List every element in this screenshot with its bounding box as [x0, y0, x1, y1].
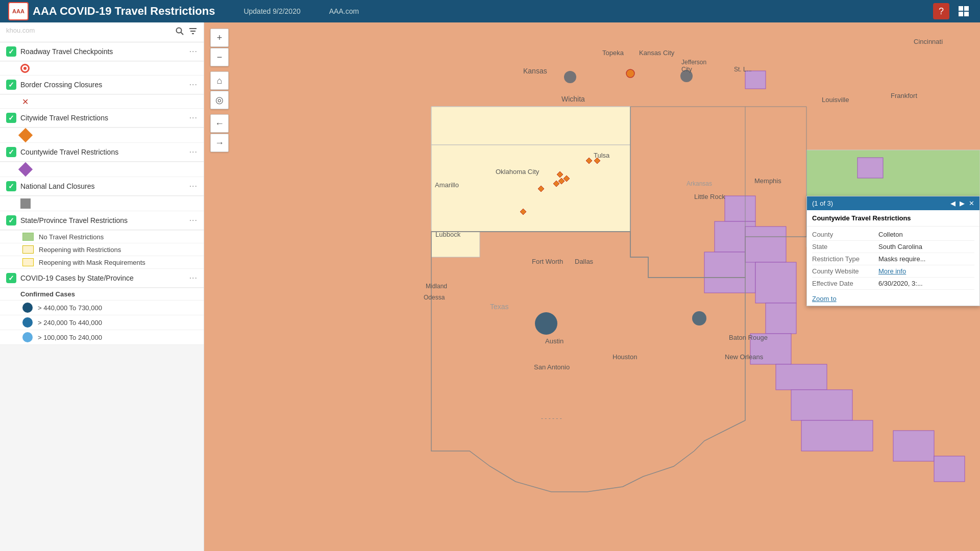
layer-border-label: Border Crossing Closures — [20, 81, 185, 89]
svg-text:Houston: Houston — [612, 353, 637, 361]
confirmed-cases-title: Confirmed Cases — [20, 290, 75, 298]
legend-roadway — [0, 62, 204, 76]
home-button[interactable]: ⌂ — [210, 71, 229, 90]
svg-text:- - - - - -: - - - - - - — [541, 415, 562, 422]
roadway-symbol — [20, 64, 30, 73]
svg-rect-2 — [959, 12, 963, 16]
logo-area: AAA AAA COVID-19 Travel Restrictions — [8, 2, 215, 20]
more-countywide[interactable]: ··· — [189, 147, 198, 157]
popup-row-website: County Website More info — [812, 265, 974, 278]
layer-covid: COVID-19 Cases by State/Province ··· — [0, 269, 204, 288]
watermark: khou.com — [6, 27, 35, 34]
back-button[interactable]: ← — [210, 114, 229, 133]
svg-text:Frankfort: Frankfort — [891, 92, 917, 99]
help-icon: ? — [939, 6, 944, 17]
more-border[interactable]: ··· — [189, 80, 198, 89]
citywide-symbol — [18, 128, 33, 142]
layer-national-label: National Land Closures — [20, 182, 185, 190]
more-roadway[interactable]: ··· — [189, 47, 198, 56]
zoom-out-button[interactable]: − — [210, 48, 229, 66]
no-restrictions-label: No Travel Restrictions — [39, 233, 104, 241]
svg-rect-12 — [725, 196, 755, 221]
svg-text:Jefferson: Jefferson — [681, 59, 706, 66]
popup-prev-button[interactable]: ◀ — [950, 199, 955, 207]
popup-label-restriction: Restriction Type — [812, 255, 878, 263]
popup-title: Countywide Travel Restrictions — [807, 210, 979, 227]
checkbox-state[interactable] — [6, 215, 16, 226]
more-info-link[interactable]: More info — [878, 267, 906, 275]
legend-reopening-restrictions: Reopening with Restrictions — [0, 243, 204, 256]
popup-value-county: Colleton — [878, 231, 903, 238]
popup-next-button[interactable]: ▶ — [960, 199, 965, 207]
svg-line-5 — [181, 33, 184, 35]
svg-text:Oklahoma City: Oklahoma City — [496, 168, 540, 176]
svg-rect-22 — [893, 431, 934, 461]
popup-label-county: County — [812, 231, 878, 238]
svg-text:St. L...: St. L... — [734, 66, 752, 73]
map-area[interactable]: Topeka Kansas City Jefferson City St. L.… — [204, 22, 980, 551]
svg-text:Cincinnati: Cincinnati — [914, 38, 943, 45]
zoom-in-button[interactable]: + — [210, 29, 229, 47]
svg-text:Topeka: Topeka — [602, 49, 624, 57]
more-citywide[interactable]: ··· — [189, 113, 198, 122]
layer-citywide-label: Citywide Travel Restrictions — [20, 114, 185, 122]
svg-point-35 — [626, 69, 634, 78]
legend-citywide — [0, 128, 204, 143]
feature-popup: (1 of 3) ◀ ▶ ✕ Countywide Travel Restric… — [806, 196, 980, 306]
header: AAA AAA COVID-19 Travel Restrictions Upd… — [0, 0, 980, 22]
zoom-to-link[interactable]: Zoom to — [812, 295, 837, 303]
svg-rect-16 — [755, 262, 796, 303]
popup-row-date: Effective Date 6/30/2020, 3:... — [812, 278, 974, 290]
popup-close-button[interactable]: ✕ — [969, 199, 974, 207]
svg-text:Wichita: Wichita — [561, 95, 585, 103]
cases-symbol-2 — [22, 317, 33, 328]
svg-rect-3 — [964, 12, 969, 16]
svg-text:Little Rock: Little Rock — [694, 193, 725, 201]
more-state[interactable]: ··· — [189, 216, 198, 225]
more-covid[interactable]: ··· — [189, 273, 198, 283]
legend-countywide — [0, 162, 204, 177]
svg-rect-1 — [964, 6, 969, 11]
back-icon: ← — [215, 118, 224, 129]
svg-text:Amarillo: Amarillo — [435, 181, 459, 189]
layer-covid-label: COVID-19 Cases by State/Province — [20, 274, 185, 282]
search-icon[interactable] — [175, 27, 184, 38]
border-symbol: ✕ — [20, 97, 30, 106]
locate-icon: ◎ — [215, 94, 224, 106]
countywide-symbol — [18, 162, 33, 177]
svg-text:Baton Rouge: Baton Rouge — [729, 334, 768, 341]
checkbox-countywide[interactable] — [6, 147, 16, 157]
popup-row-county: County Colleton — [812, 229, 974, 241]
checkbox-roadway[interactable] — [6, 46, 16, 57]
forward-icon: → — [215, 138, 224, 148]
aaa-logo: AAA — [8, 2, 29, 20]
svg-point-4 — [177, 28, 182, 33]
filter-icon[interactable] — [188, 27, 198, 38]
cases-label-3: > 100,000 To 240,000 — [38, 334, 102, 341]
svg-text:New Orleans: New Orleans — [725, 353, 764, 361]
popup-value-state: South Carolina — [878, 243, 922, 251]
home-icon: ⌂ — [217, 76, 223, 86]
reopening-mask-symbol — [22, 258, 34, 266]
national-symbol — [20, 198, 31, 209]
checkbox-border[interactable] — [6, 80, 16, 90]
grid-button[interactable] — [955, 3, 972, 19]
svg-text:Tulsa: Tulsa — [594, 152, 610, 159]
forward-button[interactable]: → — [210, 134, 229, 152]
svg-rect-15 — [745, 227, 786, 262]
website-link[interactable]: AAA.com — [329, 7, 359, 15]
checkbox-national[interactable] — [6, 181, 16, 191]
legend-border: ✕ — [0, 95, 204, 109]
checkbox-citywide[interactable] — [6, 113, 16, 123]
cases-symbol-3 — [22, 332, 33, 342]
popup-value-restriction: Masks require... — [878, 255, 925, 263]
checkbox-covid[interactable] — [6, 273, 16, 283]
legend-reopening-mask: Reopening with Mask Requirements — [0, 256, 204, 269]
locate-button[interactable]: ◎ — [210, 91, 229, 109]
layer-state: State/Province Travel Restrictions ··· — [0, 211, 204, 230]
popup-row-restriction: Restriction Type Masks require... — [812, 253, 974, 265]
more-national[interactable]: ··· — [189, 182, 198, 191]
svg-text:Louisville: Louisville — [822, 96, 849, 104]
help-button[interactable]: ? — [933, 3, 949, 19]
svg-rect-19 — [776, 364, 827, 390]
